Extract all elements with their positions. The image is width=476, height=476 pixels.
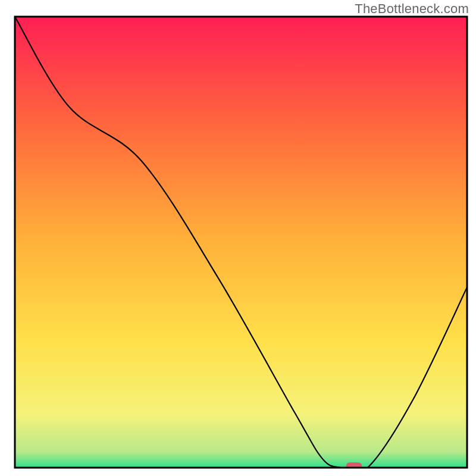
watermark-text: TheBottleneck.com [355, 1, 469, 17]
selected-point-marker [346, 462, 362, 471]
chart-container: TheBottleneck.com [0, 0, 476, 476]
bottleneck-chart [0, 0, 476, 476]
gradient-background [15, 17, 467, 468]
